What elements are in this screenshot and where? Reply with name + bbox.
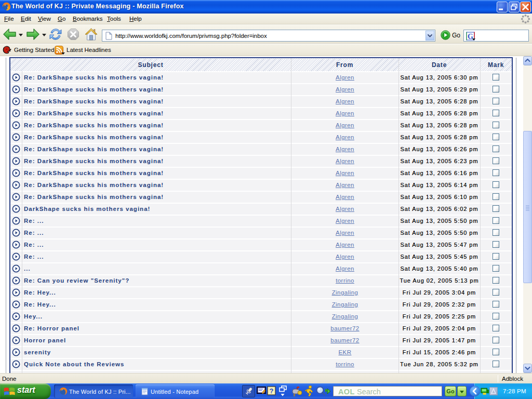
- svg-text:?: ?: [270, 387, 274, 395]
- svg-text:G: G: [468, 33, 473, 41]
